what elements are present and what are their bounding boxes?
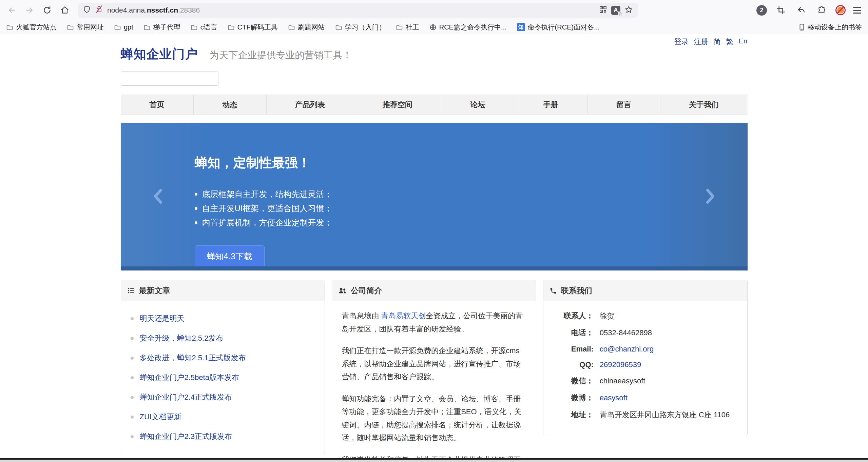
article-link[interactable]: 蝉知企业门户2.5beta版本发布	[140, 373, 239, 383]
forward-icon[interactable]	[23, 4, 36, 17]
article-link[interactable]: ZUI文档更新	[140, 412, 181, 422]
bookmark-label: 学习（入门）	[345, 23, 386, 32]
contact-label: QQ:	[550, 360, 594, 369]
extension-count-badge[interactable]: 2	[756, 5, 767, 16]
topbar-link[interactable]: En	[739, 37, 748, 46]
bookmark-item[interactable]: 常用网址	[67, 23, 104, 32]
users-icon	[338, 287, 347, 295]
bookmark-label: 梯子代理	[153, 23, 180, 32]
panel-title: 公司简介	[351, 285, 382, 296]
article-link[interactable]: 多处改进，蝉知2.5.1正式版发布	[140, 353, 246, 363]
contact-value[interactable]: easysoft	[600, 394, 628, 402]
folder-icon	[288, 24, 295, 31]
topbar-link[interactable]: 繁	[726, 37, 733, 46]
bookmark-item[interactable]: c语言	[191, 23, 217, 32]
banner-bullet: 内置扩展机制，方便企业定制开发；	[195, 216, 748, 230]
bookmark-item[interactable]: gpt	[114, 23, 133, 31]
search-box	[121, 72, 218, 86]
bookmark-label: 常用网址	[77, 23, 104, 32]
company-profile-panel: 公司简介 青岛息壤由 青岛易软天创全资成立，公司位于美丽的青岛开发区，团队有着丰…	[332, 280, 536, 462]
panel-title: 最新文章	[139, 285, 170, 296]
bookmark-label: 命令执行(RCE)面对各...	[528, 23, 600, 32]
nav-item[interactable]: 手册	[514, 95, 587, 115]
bookmark-item[interactable]: 知命令执行(RCE)面对各...	[517, 23, 600, 32]
bookmark-label: 火狐官方站点	[16, 23, 57, 32]
contact-label: 微博：	[550, 393, 594, 403]
topbar-link[interactable]: 简	[714, 37, 721, 46]
contact-label: 微信：	[550, 376, 594, 386]
insecure-lock-icon[interactable]	[95, 5, 103, 15]
nav-item[interactable]: 推荐空间	[354, 95, 441, 115]
bookmark-item[interactable]: RCE篇之命令执行中...	[429, 23, 507, 32]
search-input[interactable]	[121, 72, 218, 85]
carousel-prev-icon[interactable]	[152, 187, 164, 206]
nav-item[interactable]: 论坛	[441, 95, 514, 115]
site-logo[interactable]: 蝉知企业门户	[121, 46, 198, 63]
bookmark-item[interactable]: 刷题网站	[288, 23, 325, 32]
banner-bottom-strip	[121, 266, 748, 270]
main-nav: 首页动态产品列表推荐空间论坛手册留言关于我们	[121, 95, 748, 115]
nav-item[interactable]: 留言	[587, 95, 660, 115]
reload-icon[interactable]	[41, 4, 54, 17]
home-icon[interactable]	[58, 4, 71, 17]
list-icon	[127, 287, 135, 295]
bookmark-item[interactable]: 火狐官方站点	[6, 23, 57, 32]
company-profile-text: 青岛息壤由 青岛易软天创全资成立，公司位于美丽的青岛开发区，团队有着丰富的研发经…	[332, 301, 536, 462]
contact-row: QQ:2692096539	[550, 360, 740, 369]
undo-arrow-icon[interactable]	[795, 4, 808, 17]
article-list-item: 安全升级，蝉知2.5.2发布	[131, 328, 315, 348]
nav-item[interactable]: 产品列表	[266, 95, 354, 115]
carousel-next-icon[interactable]	[704, 187, 716, 206]
extensions-puzzle-icon[interactable]	[815, 4, 828, 17]
contact-value[interactable]: co@chanzhi.org	[600, 345, 654, 354]
url-text: node4.anna.nssctf.cn:28386	[107, 6, 595, 14]
article-link[interactable]: 蝉知企业门户2.3正式版发布	[140, 431, 232, 442]
article-list-item: 蝉知企业门户2.5beta版本发布	[131, 368, 315, 387]
latest-articles-panel: 最新文章 明天还是明天安全升级，蝉知2.5.2发布多处改进，蝉知2.5.1正式版…	[121, 280, 325, 454]
article-link[interactable]: 蝉知企业门户2.4正式版发布	[140, 392, 232, 402]
back-icon[interactable]	[5, 4, 18, 17]
mobile-bookmarks[interactable]: 移动设备上的书签	[798, 23, 862, 32]
folder-icon	[143, 24, 151, 31]
bookmark-item[interactable]: 梯子代理	[143, 23, 180, 32]
bookmark-star-icon[interactable]	[624, 5, 633, 15]
contact-row: 地址：青岛开发区井冈山路东方银座 C座 1106	[550, 410, 740, 420]
bookmark-label: CTF解码工具	[237, 23, 278, 32]
contact-row: 微博：easysoft	[550, 393, 740, 403]
carousel-banner: 蝉知，定制性最强！ 底层框架自主开发，结构先进灵活；自主开发UI框架，更适合国人…	[121, 123, 748, 270]
bookmark-item[interactable]: 社工	[396, 23, 419, 32]
folder-icon	[335, 24, 342, 31]
nav-item[interactable]: 关于我们	[660, 95, 748, 115]
menu-hamburger-icon[interactable]	[853, 7, 861, 14]
blocked-addon-icon[interactable]	[835, 5, 846, 15]
company-link[interactable]: 青岛易软天创	[381, 312, 426, 320]
bookmark-label: c语言	[200, 23, 217, 32]
article-list-item: ZUI文档更新	[131, 407, 315, 427]
folder-icon	[67, 24, 74, 31]
screenshot-crop-icon[interactable]	[774, 4, 787, 17]
bookmarks-bar: 火狐官方站点常用网址gpt梯子代理c语言CTF解码工具刷题网站学习（入门）社工R…	[0, 20, 868, 34]
article-link[interactable]: 明天还是明天	[140, 314, 185, 324]
bookmark-item[interactable]: CTF解码工具	[228, 23, 278, 32]
browser-toolbar: node4.anna.nssctf.cn:28386 A☆ 2	[0, 0, 868, 20]
translate-icon[interactable]: A☆	[611, 6, 620, 15]
article-link[interactable]: 安全升级，蝉知2.5.2发布	[140, 333, 224, 343]
site-header: 登录注册简繁En 蝉知企业门户 为天下企业提供专业的营销工具！	[121, 34, 748, 86]
contact-us-panel: 联系我们 联系人：徐贺电话：0532-84462898Email:co@chan…	[543, 280, 748, 435]
nav-item[interactable]: 首页	[121, 95, 193, 115]
panel-title: 联系我们	[561, 285, 592, 296]
topbar-link[interactable]: 登录	[674, 37, 689, 46]
qr-code-icon[interactable]	[599, 5, 607, 15]
download-button[interactable]: 蝉知4.3下载	[195, 245, 265, 267]
contact-value: 徐贺	[600, 311, 615, 321]
bookmark-item[interactable]: 学习（入门）	[335, 23, 386, 32]
contact-row: 联系人：徐贺	[550, 311, 740, 321]
url-bar[interactable]: node4.anna.nssctf.cn:28386 A☆	[78, 3, 638, 18]
shield-icon[interactable]	[83, 5, 91, 15]
nav-item[interactable]: 动态	[193, 95, 266, 115]
banner-bullet: 自主开发UI框架，更适合国人习惯；	[195, 201, 748, 216]
bookmark-label: gpt	[124, 23, 133, 31]
contact-value[interactable]: 2692096539	[600, 360, 641, 369]
topbar-link[interactable]: 注册	[694, 37, 708, 46]
bookmark-label: RCE篇之命令执行中...	[439, 23, 507, 32]
